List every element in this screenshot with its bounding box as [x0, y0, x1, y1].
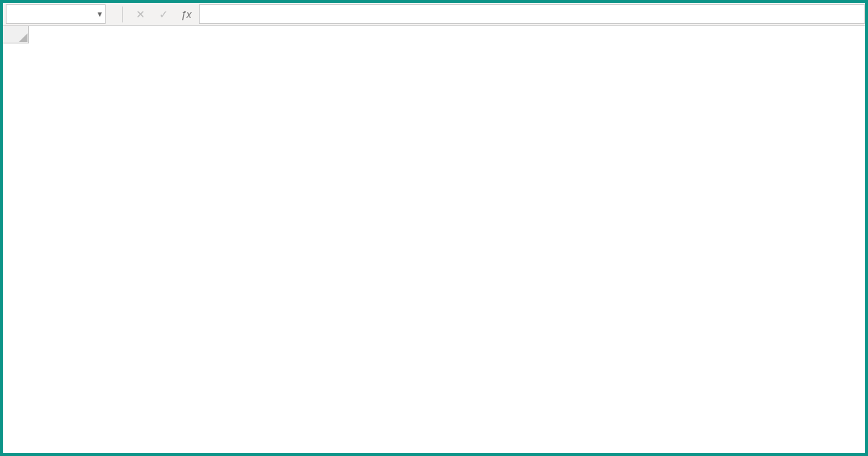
fx-icon[interactable]: ƒx [181, 3, 199, 25]
formula-input[interactable] [199, 4, 865, 24]
formula-bar-buttons: ✕ ✓ [108, 3, 181, 25]
select-all-corner[interactable] [3, 26, 29, 43]
dropdown-icon[interactable]: ▼ [96, 10, 103, 18]
name-box[interactable]: ▼ [6, 4, 106, 24]
separator [122, 7, 123, 22]
cancel-icon[interactable]: ✕ [135, 8, 146, 21]
formula-bar: ▼ ✕ ✓ ƒx [3, 3, 865, 26]
worksheet-grid[interactable] [3, 26, 865, 43]
enter-icon[interactable]: ✓ [158, 8, 169, 21]
